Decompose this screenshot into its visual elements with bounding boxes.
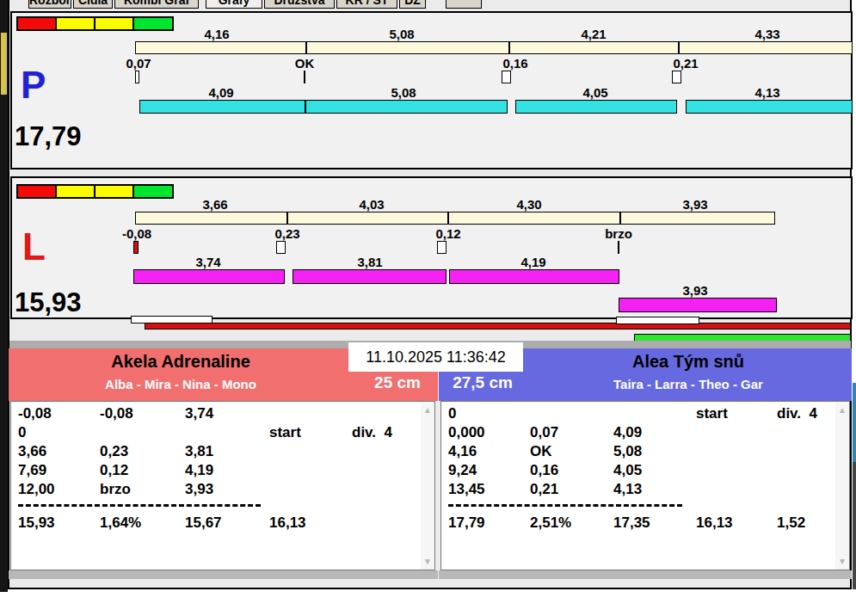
team-left-table[interactable]: -0,08 -0,08 3,74 0 start div. 4 3,66 0,2… xyxy=(10,401,435,570)
cell: start xyxy=(696,404,728,423)
l-late-run-time: 3,93 xyxy=(668,283,723,298)
totals-separator xyxy=(18,504,261,507)
l-exchange-mark: 0,23 xyxy=(260,226,315,241)
cell: 5,08 xyxy=(613,442,642,461)
desktop-backdrop-right xyxy=(853,462,856,589)
cell: 9,24 xyxy=(448,461,477,480)
cell: -0,08 xyxy=(18,404,52,423)
p-exchange-tick-box xyxy=(672,71,681,83)
bar-divider xyxy=(619,212,621,225)
total-cell: 2,51% xyxy=(530,514,571,533)
p-run-time: 5,08 xyxy=(376,85,431,100)
tab-cidla[interactable]: Čidla xyxy=(73,0,113,9)
light-green xyxy=(132,16,174,31)
cell: 4,09 xyxy=(613,423,642,442)
horizontal-scrollbar[interactable] xyxy=(439,570,852,579)
tab-grafy[interactable]: Grafy xyxy=(206,0,262,9)
cell: 4,13 xyxy=(613,480,642,499)
lane-p-panel: 4,16 5,08 4,21 4,33 0,07 OK 0,16 0,21 4,… xyxy=(10,11,853,169)
l-run-bar xyxy=(449,269,619,284)
bar-divider xyxy=(305,100,306,114)
cell: 0,16 xyxy=(530,461,558,480)
lane-p-letter: P xyxy=(21,66,46,104)
total-cell: 16,13 xyxy=(696,514,733,533)
scroll-up-icon[interactable]: ▲ xyxy=(421,404,434,416)
lane-p-total-time: 17,79 xyxy=(15,122,82,151)
cell: 3,93 xyxy=(185,480,213,499)
cell: 3,66 xyxy=(18,442,46,461)
team-right-name: Alea Tým snů xyxy=(533,352,843,372)
scroll-down-icon[interactable]: ▼ xyxy=(421,556,434,568)
cell: OK xyxy=(530,442,552,461)
tab-bar: Rozbor Čidla Kombi Graf Grafy Družstva K… xyxy=(9,0,850,9)
p-total-bar xyxy=(135,41,853,54)
bar-divider xyxy=(286,212,288,225)
l-segment-time: 3,93 xyxy=(668,197,723,212)
bar-divider xyxy=(678,41,680,54)
desktop-backdrop-yellow xyxy=(1,33,7,95)
vertical-scrollbar[interactable]: ▲ ▼ xyxy=(835,403,849,570)
l-exchange-tick-fault xyxy=(133,241,139,254)
team-right-members: Taira - Larra - Theo - Gar xyxy=(533,377,843,391)
cell: 4,16 xyxy=(448,442,477,461)
l-segment-time: 4,03 xyxy=(344,197,399,212)
l-run-time: 4,19 xyxy=(506,255,561,269)
p-run-time: 4,13 xyxy=(740,85,795,100)
strip-white-segment xyxy=(616,317,699,324)
p-segment-time: 4,16 xyxy=(189,27,244,41)
vertical-scrollbar[interactable]: ▲ ▼ xyxy=(421,403,434,570)
light-yellow-2 xyxy=(94,16,134,31)
cell: 13,45 xyxy=(448,480,485,499)
light-yellow-2 xyxy=(94,184,134,199)
strip-red-bar xyxy=(145,323,851,330)
l-segment-time: 4,30 xyxy=(502,197,557,212)
horizontal-scrollbar[interactable] xyxy=(9,570,438,579)
cell: brzo xyxy=(100,480,131,499)
cell: 0 xyxy=(448,404,456,423)
p-run-bar xyxy=(686,100,853,114)
l-exchange-tick-line xyxy=(618,241,619,254)
bar-divider xyxy=(305,41,307,54)
tab-kombi-graf[interactable]: Kombi Graf xyxy=(114,0,199,9)
l-run-bar xyxy=(133,269,285,284)
tab-dz[interactable]: DZ xyxy=(399,0,426,9)
p-run-bar xyxy=(515,100,677,114)
tab-blank[interactable] xyxy=(446,0,482,9)
desktop-backdrop-icon xyxy=(853,383,856,462)
tab-druzstva[interactable]: Družstva xyxy=(264,0,335,9)
light-red xyxy=(16,184,57,199)
bar-divider xyxy=(447,212,449,225)
total-cell: 16,13 xyxy=(269,514,306,533)
cell: 12,00 xyxy=(18,480,55,499)
lane-p-traffic-lights xyxy=(16,16,174,31)
tab-rozbor[interactable]: Rozbor xyxy=(28,0,71,9)
light-yellow-1 xyxy=(55,16,95,31)
lane-l-panel: 3,66 4,03 4,30 3,93 -0,08 0,23 0,12 brzo… xyxy=(10,176,853,319)
tab-kr-st[interactable]: KR / ST xyxy=(336,0,397,9)
cell: -0,08 xyxy=(100,404,133,423)
scroll-up-icon[interactable]: ▲ xyxy=(835,404,849,416)
cell: 7,69 xyxy=(18,461,46,480)
cell: 0 xyxy=(18,423,26,442)
p-exchange-mark: 0,21 xyxy=(658,56,713,71)
cell: 0,21 xyxy=(530,480,558,499)
team-right-table[interactable]: 0 start div. 4 0,000 0,07 4,09 4,16 OK 5… xyxy=(440,401,850,570)
scroll-down-icon[interactable]: ▼ xyxy=(835,556,849,568)
total-cell: 15,93 xyxy=(18,514,55,533)
cell: div. 4 xyxy=(777,404,817,423)
l-exchange-mark: brzo xyxy=(591,226,646,241)
lane-l-traffic-lights xyxy=(16,184,174,199)
p-exchange-tick-narrow xyxy=(135,71,139,83)
l-late-run-bar xyxy=(619,298,777,312)
l-exchange-mark: -0,08 xyxy=(109,226,164,241)
timestamp: 11.10.2025 11:36:42 xyxy=(348,342,523,372)
p-segment-time: 4,21 xyxy=(566,27,621,41)
cell: 3,74 xyxy=(185,404,213,423)
p-exchange-mark: 0,16 xyxy=(488,56,543,71)
cell: 3,81 xyxy=(185,442,213,461)
l-exchange-mark: 0,12 xyxy=(421,226,476,241)
l-segment-time: 3,66 xyxy=(188,197,243,212)
cell: 0,000 xyxy=(448,423,485,442)
totals-separator xyxy=(448,504,682,507)
lane-l-total-time: 15,93 xyxy=(15,288,82,317)
